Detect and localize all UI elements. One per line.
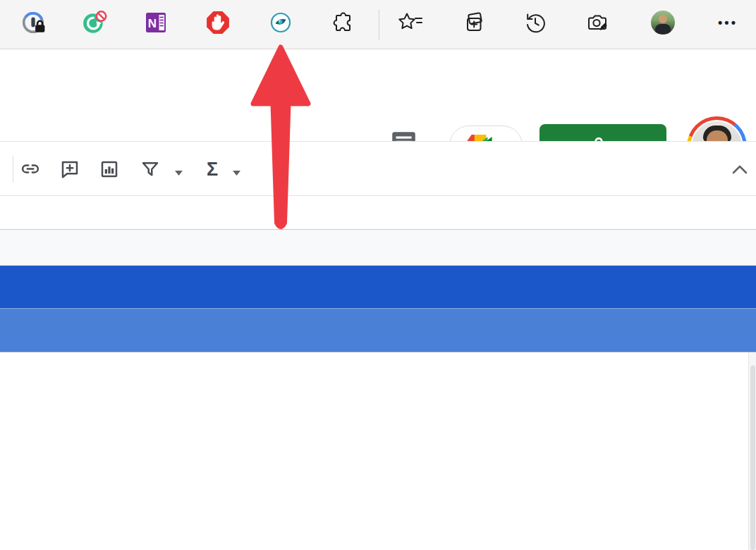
puzzle-icon <box>331 11 355 35</box>
functions-dropdown-caret[interactable] <box>233 166 240 178</box>
toolbar-separator <box>379 10 379 39</box>
filter-funnel-icon <box>140 159 161 180</box>
scrollbar-thumb[interactable] <box>750 365 755 550</box>
chart-icon <box>99 159 120 180</box>
sigma-icon: Σ <box>207 160 218 179</box>
chevron-up-icon <box>732 165 748 174</box>
browser-profile-avatar[interactable] <box>649 8 677 37</box>
column-headers <box>0 229 756 266</box>
toolbar-group-separator <box>13 156 13 183</box>
web-capture-camera-icon <box>585 11 609 35</box>
functions-button[interactable]: Σ <box>197 154 227 184</box>
collections-icon <box>462 11 486 35</box>
sheets-header <box>0 50 756 141</box>
profile-photo <box>651 11 675 35</box>
password-manager-icon <box>21 10 47 35</box>
favorites-star-icon <box>396 11 425 35</box>
adblock-extension-icon[interactable] <box>204 8 232 37</box>
page: N <box>0 0 756 550</box>
formula-bar-area <box>0 197 756 229</box>
extensions-puzzle-icon[interactable] <box>329 8 357 37</box>
svg-text:N: N <box>148 17 157 30</box>
favorites-button[interactable] <box>396 8 425 37</box>
browser-toolbar: N <box>0 0 756 49</box>
insert-comment-button[interactable] <box>55 154 85 184</box>
add-comment-icon <box>59 159 80 180</box>
insert-chart-button[interactable] <box>94 154 124 184</box>
data-rows <box>0 353 756 550</box>
web-capture-button[interactable] <box>583 8 611 37</box>
adblock-icon <box>205 10 231 35</box>
spreadsheet-grid <box>0 266 756 550</box>
filter-dropdown-caret[interactable] <box>175 166 183 178</box>
eye-icon <box>269 11 293 35</box>
sheets-toolbar: Σ <box>0 141 756 196</box>
collections-button[interactable] <box>460 8 488 37</box>
history-button[interactable] <box>521 8 549 37</box>
more-menu-button[interactable]: ••• <box>714 8 742 37</box>
banner-row-dark[interactable] <box>0 266 756 308</box>
onenote-extension-icon[interactable]: N <box>142 8 170 37</box>
vertical-scrollbar[interactable] <box>748 353 756 550</box>
password-manager-extension-icon[interactable] <box>20 8 48 37</box>
table-header-row[interactable] <box>0 308 756 353</box>
insert-link-button[interactable] <box>16 154 45 184</box>
create-filter-button[interactable] <box>135 154 165 184</box>
refresh-blocker-extension-icon[interactable] <box>80 8 109 37</box>
ellipsis-icon: ••• <box>718 16 738 30</box>
collapse-toolbar-button[interactable] <box>728 159 752 180</box>
onenote-icon: N <box>144 11 168 35</box>
refresh-blocker-icon <box>82 10 107 35</box>
history-clock-icon <box>523 11 547 35</box>
link-icon <box>20 159 41 180</box>
eye-extension-icon[interactable] <box>267 8 295 37</box>
